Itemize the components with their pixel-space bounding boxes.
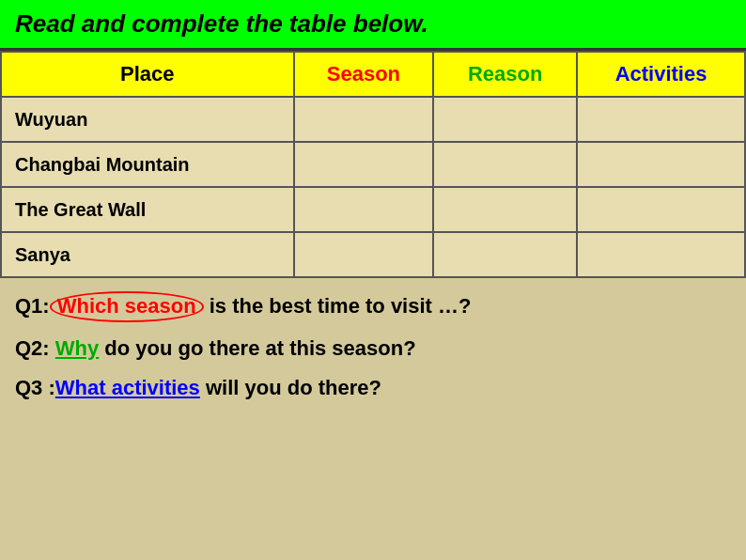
q1-suffix: is the best time to visit …? <box>210 294 472 318</box>
q2-prefix: Q2: <box>15 336 55 360</box>
q3-prefix: Q3 : <box>15 376 55 399</box>
place-changbai: Changbai Mountain <box>1 142 294 187</box>
page-header: Read and complete the table below. <box>0 0 746 51</box>
col-place: Place <box>1 52 294 97</box>
table-row: Changbai Mountain <box>1 142 745 187</box>
q1-line: Q1:Which season is the best time to visi… <box>15 291 731 322</box>
q3-suffix: will you do there? <box>200 376 381 399</box>
header-title: Read and complete the table below. <box>15 9 428 38</box>
q2-suffix: do you go there at this season? <box>99 336 415 360</box>
activities-greatwall <box>577 187 745 232</box>
reason-changbai <box>433 142 577 187</box>
table-row: The Great Wall <box>1 187 745 232</box>
q2-highlight: Why <box>55 336 99 360</box>
reason-wuyuan <box>433 97 577 142</box>
q3-highlight: What activities <box>55 376 200 399</box>
table-row: Sanya <box>1 232 745 277</box>
q1-prefix: Q1: <box>15 294 50 318</box>
season-wuyuan <box>294 97 434 142</box>
reason-greatwall <box>433 187 577 232</box>
main-table: Place Season Reason Activities Wuyuan Ch… <box>0 51 746 278</box>
season-sanya <box>294 232 434 277</box>
activities-sanya <box>577 232 745 277</box>
q3-line: Q3 :What activities will you do there? <box>15 375 731 402</box>
place-sanya: Sanya <box>1 232 294 277</box>
place-greatwall: The Great Wall <box>1 187 294 232</box>
col-season: Season <box>294 52 434 97</box>
place-wuyuan: Wuyuan <box>1 97 294 142</box>
activities-wuyuan <box>577 97 745 142</box>
activities-changbai <box>577 142 745 187</box>
col-activities: Activities <box>577 52 745 97</box>
reason-sanya <box>433 232 577 277</box>
table-row: Wuyuan <box>1 97 745 142</box>
q1-highlight: Which season <box>50 291 204 322</box>
season-greatwall <box>294 187 434 232</box>
table-header-row: Place Season Reason Activities <box>1 52 745 97</box>
col-reason: Reason <box>433 52 577 97</box>
qa-section: Q1:Which season is the best time to visi… <box>0 278 746 423</box>
q2-line: Q2: Why do you go there at this season? <box>15 335 731 363</box>
season-changbai <box>294 142 434 187</box>
